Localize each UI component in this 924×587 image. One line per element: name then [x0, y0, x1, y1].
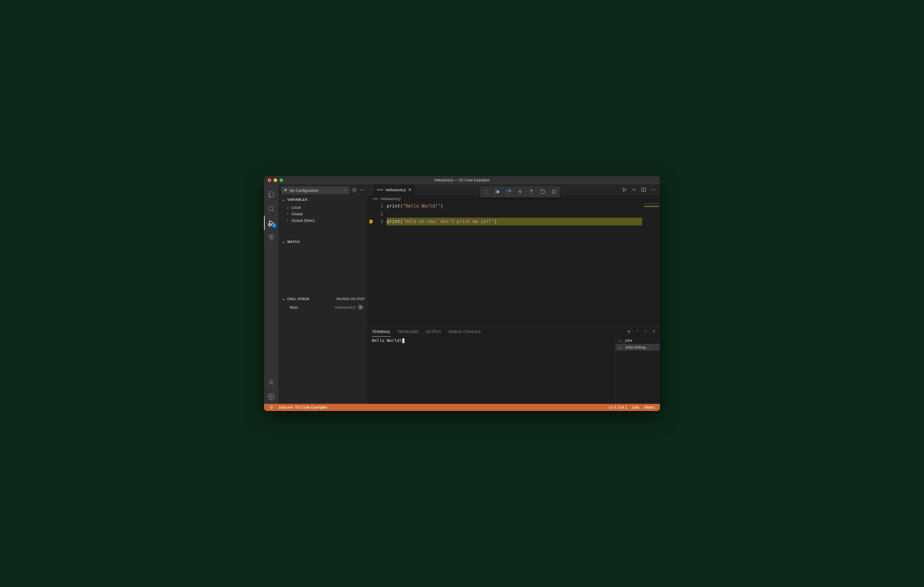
continue-button[interactable] [492, 187, 503, 196]
svg-point-13 [653, 189, 653, 190]
maximize-window-button[interactable] [279, 178, 283, 182]
panel: TERMINAL PROBLEMS OUTPUT DEBUG CONSOLE H… [368, 327, 660, 404]
status-cursor-position[interactable]: Ln 3, Col 1 [606, 405, 629, 409]
breadcrumb-file: helloworld.jl [380, 197, 401, 201]
terminal-item-julia-debug[interactable]: Julia Debug… [615, 344, 660, 350]
julia-file-icon [377, 189, 383, 191]
chevron-down-icon: ⌄ [281, 240, 285, 244]
julia-file-icon [373, 198, 378, 199]
more-editor-actions[interactable] [650, 187, 656, 192]
debug-settings-button[interactable] [351, 187, 357, 194]
svg-point-9 [362, 189, 362, 190]
svg-point-24 [531, 193, 532, 194]
variables-scope-local[interactable]: ⌄ Local [278, 204, 368, 210]
code-line[interactable] [387, 210, 642, 218]
debug-config-select[interactable]: No Configuration [281, 186, 349, 194]
search-tab[interactable] [264, 202, 278, 216]
svg-point-12 [651, 189, 652, 190]
traffic-lights [264, 178, 283, 182]
window-title: helloworld.jl — VS Code Examples [264, 178, 660, 182]
frame-name: Main [290, 305, 298, 309]
run-file-button[interactable] [622, 187, 627, 192]
code-content[interactable]: print("Hello World!")print("Hold on now,… [387, 202, 642, 327]
account-icon [267, 379, 275, 386]
titlebar: helloworld.jl — VS Code Examples [264, 176, 660, 184]
svg-point-14 [654, 189, 655, 190]
svg-point-16 [485, 190, 486, 191]
step-over-button[interactable] [504, 187, 514, 196]
chevron-down-icon: ⌄ [281, 297, 285, 301]
status-language[interactable]: Julia [629, 405, 642, 409]
explorer-tab[interactable] [264, 187, 278, 202]
drag-handle-icon[interactable] [481, 187, 491, 196]
callstack-section: ⌄ CALL STACK PAUSED ON STEP Main hellowo… [278, 296, 368, 404]
variables-section: ⌄ VARIABLES ⌄ Local › Global › Global (M… [278, 196, 368, 238]
editor-actions [618, 184, 660, 195]
status-julia-env[interactable]: Julia env: VS Code Examples [276, 404, 330, 411]
chevron-right-icon: › [285, 218, 290, 222]
settings-button[interactable] [264, 390, 278, 404]
code-line[interactable]: print("Hold on now, don't print me yet!"… [387, 218, 642, 225]
run-debug-tab[interactable]: 1 [264, 216, 278, 230]
variables-scope-global[interactable]: › Global [278, 210, 368, 217]
line-number-gutter: 123 [375, 202, 387, 327]
svg-point-5 [270, 380, 272, 382]
svg-point-8 [360, 189, 361, 190]
variables-header[interactable]: ⌄ VARIABLES [278, 196, 368, 203]
frame-line: 3 [358, 304, 363, 310]
terminal-list: julia Julia Debug… [615, 337, 660, 404]
close-tab-button[interactable]: ✕ [408, 187, 412, 192]
terminal-item-julia[interactable]: julia [615, 337, 660, 344]
debug-badge: 1 [272, 223, 277, 228]
extensions-tab[interactable] [264, 230, 278, 245]
editor-tab[interactable]: helloworld.jl ✕ [374, 184, 416, 195]
extensions-icon [267, 234, 275, 241]
tab-filename: helloworld.jl [386, 187, 406, 192]
panel-tab-debug-console[interactable]: DEBUG CONSOLE [449, 327, 481, 336]
more-actions-button[interactable] [359, 187, 365, 194]
dirty-indicator: · [368, 187, 374, 192]
close-panel-button[interactable] [652, 329, 656, 335]
breakpoint-gutter[interactable] [368, 202, 375, 327]
panel-tabs: TERMINAL PROBLEMS OUTPUT DEBUG CONSOLE [368, 327, 660, 337]
stop-button[interactable] [549, 187, 559, 196]
step-out-button[interactable] [526, 187, 536, 196]
breakpoint-current-icon[interactable] [369, 219, 374, 224]
svg-point-19 [487, 191, 487, 192]
watch-header[interactable]: ⌄ WATCH [278, 238, 368, 245]
svg-point-4 [270, 238, 272, 240]
run-dropdown-button[interactable] [631, 187, 637, 192]
close-window-button[interactable] [267, 178, 271, 182]
callstack-frame[interactable]: Main helloworld.jl 3 [278, 303, 368, 311]
terminal-dropdown-button[interactable] [635, 329, 639, 335]
code-line[interactable]: print("Hello World!") [387, 202, 642, 210]
new-terminal-button[interactable] [627, 329, 631, 335]
terminal-body[interactable]: Hello World! julia Julia Debug… [368, 337, 660, 404]
code-editor[interactable]: 123 print("Hello World!")print("Hold on … [368, 202, 660, 327]
maximize-panel-button[interactable] [643, 329, 647, 335]
status-scope[interactable]: (Main) [642, 405, 657, 409]
panel-tab-problems[interactable]: PROBLEMS [398, 327, 419, 336]
debug-sidebar-header: No Configuration [278, 184, 368, 196]
debug-sidebar: No Configuration ⌄ VARIABLES [278, 184, 368, 404]
panel-tab-terminal[interactable]: TERMINAL [372, 327, 391, 337]
step-into-button[interactable] [515, 187, 525, 196]
svg-point-20 [485, 193, 486, 193]
svg-point-23 [520, 193, 521, 194]
minimap[interactable] [642, 202, 660, 327]
svg-point-7 [354, 189, 355, 191]
terminal-output[interactable]: Hello World! [368, 337, 615, 404]
status-debug-icon[interactable] [267, 404, 276, 411]
panel-tab-output[interactable]: OUTPUT [426, 327, 441, 336]
debug-toolbar[interactable] [480, 186, 560, 197]
search-icon [267, 205, 275, 212]
split-editor-button[interactable] [641, 187, 646, 192]
accounts-button[interactable] [264, 375, 278, 390]
chevron-right-icon: › [285, 212, 290, 216]
minimize-window-button[interactable] [274, 178, 277, 182]
window: helloworld.jl — VS Code Examples 1 [264, 176, 660, 411]
variables-scope-global-main[interactable]: › Global (Main) [278, 217, 368, 224]
watch-section: ⌄ WATCH [278, 238, 368, 296]
callstack-header[interactable]: ⌄ CALL STACK PAUSED ON STEP [278, 296, 368, 302]
restart-button[interactable] [538, 187, 548, 196]
